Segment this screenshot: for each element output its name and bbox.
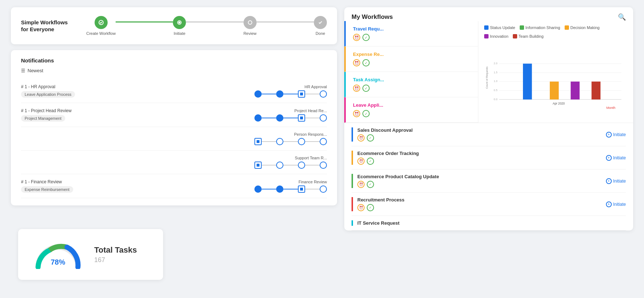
pnode-3-2 xyxy=(276,185,283,193)
notif-num-3: # 1 - Finance Review xyxy=(21,179,254,184)
legend-status: Status Update xyxy=(484,25,515,30)
initiate-button-ecommerce-order[interactable]: + Initiate xyxy=(606,155,626,161)
svg-point-3 xyxy=(248,21,252,24)
notif-tag-1: Leave Application Process xyxy=(21,91,75,98)
pline-2-3 xyxy=(305,118,320,118)
notif-num-1: # 1 - HR Approval xyxy=(21,84,254,89)
legend-info: Information Sharing xyxy=(520,25,560,30)
initiate-circle-ecommerce-catalog: + xyxy=(606,178,612,184)
notif-num-2: # 1 - Project Head Review xyxy=(21,108,254,113)
bw-item-ecommerce-order: Ecommerce Order Tracking ⏰ ✓ + Initiate xyxy=(352,146,626,170)
pnode-2-1 xyxy=(254,114,262,122)
pnode-e1-3 xyxy=(298,138,305,145)
bw-left-recruitment: Recruitment Process ⏰ ✓ xyxy=(352,197,404,211)
bw-item-sales: Sales Discount Approval ⏰ ✓ + Initiate xyxy=(352,123,626,146)
bottom-workflows: Sales Discount Approval ⏰ ✓ + Initiate E… xyxy=(344,123,633,230)
svg-text:Count of Requests: Count of Requests xyxy=(485,66,489,89)
bw-title-ecommerce-order: Ecommerce Order Tracking xyxy=(357,151,419,156)
pnode-e1-1 xyxy=(254,138,262,145)
initiate-button-recruitment[interactable]: + Initiate xyxy=(606,201,626,207)
bar-decision-making xyxy=(550,82,559,99)
pline-2-2 xyxy=(283,118,298,118)
legend-dot-status xyxy=(484,25,489,30)
mw-item-title-task: Task Assign... xyxy=(353,77,471,82)
initiate-label-sales: Initiate xyxy=(613,132,626,137)
search-icon[interactable]: 🔍 xyxy=(618,13,626,21)
pnode-2-3 xyxy=(298,114,305,122)
svg-text:Month: Month xyxy=(606,106,615,110)
notif-row-1: # 1 - HR Approval Leave Application Proc… xyxy=(21,79,327,103)
step-initiate-circle xyxy=(173,16,186,29)
notifications-title: Notifications xyxy=(21,57,327,64)
bar-innovation xyxy=(571,82,580,99)
initiate-circle-sales: + xyxy=(606,132,612,138)
step-initiate-label: Initiate xyxy=(174,31,185,36)
bw-title-sales: Sales Discount Approval xyxy=(357,127,413,133)
svg-text:2.0: 2.0 xyxy=(494,62,497,65)
legend-label-info: Information Sharing xyxy=(525,25,560,30)
notifications-filter[interactable]: ☰ Newest xyxy=(21,68,327,73)
step-create[interactable]: Create Workflow xyxy=(86,16,116,36)
prog-wrapper-3: Finance Review xyxy=(254,180,327,193)
clock-icon-task: ⏰ xyxy=(353,85,360,92)
svg-text:0.5: 0.5 xyxy=(494,89,497,92)
prog-wrapper-extra-1: Person Respons... xyxy=(254,132,327,145)
legend-dot-info xyxy=(520,25,524,30)
clock-icon-ecommerce-catalog: ⏰ xyxy=(357,181,365,188)
gauge-title: Total Tasks xyxy=(94,245,137,255)
step-initiate[interactable]: Initiate xyxy=(173,16,186,36)
svg-point-2 xyxy=(178,21,180,24)
pline-3-3 xyxy=(305,189,320,189)
pline-1-3 xyxy=(305,94,320,94)
clock-icon-sales: ⏰ xyxy=(357,134,365,142)
mw-item-travel[interactable]: Travel Requ... ⏰ ✓ xyxy=(344,21,478,46)
step-done-label: Done xyxy=(316,31,325,36)
pnode-e2-4 xyxy=(320,162,327,169)
connector-3 xyxy=(257,21,314,23)
bw-left-it-service: IT Service Request xyxy=(352,220,399,226)
notif-left-1: # 1 - HR Approval Leave Application Proc… xyxy=(21,84,254,98)
prog-label-1: HR Approval xyxy=(304,85,327,89)
check-icon-travel: ✓ xyxy=(362,34,370,41)
pline-e2-1 xyxy=(262,165,276,166)
pline-3-1 xyxy=(262,189,276,189)
bw-left-ecommerce-catalog: Ecommerce Product Catalog Update ⏰ ✓ xyxy=(352,174,439,188)
mw-item-task[interactable]: Task Assign... ⏰ ✓ xyxy=(344,72,478,97)
svg-text:1.0: 1.0 xyxy=(494,79,497,83)
workflow-card-title: Simple Workflows for Everyone xyxy=(21,19,72,33)
mw-item-leave[interactable]: Leave Appli... ⏰ ✓ xyxy=(344,97,478,123)
notif-row-extra-1: Person Respons... xyxy=(21,127,327,151)
pline-e1-2 xyxy=(283,141,298,142)
mw-item-expense[interactable]: Expense Re... ⏰ ✓ xyxy=(344,46,478,72)
prog-label-extra-1: Person Respons... xyxy=(294,132,327,136)
mw-item-title-leave: Leave Appli... xyxy=(353,102,471,108)
initiate-label-recruitment: Initiate xyxy=(613,202,626,207)
prog-wrapper-2: Project Head Re... xyxy=(254,109,327,122)
pnode-2-2 xyxy=(276,114,283,122)
pline-e1-1 xyxy=(262,141,276,142)
bar-status-update xyxy=(523,64,532,99)
initiate-button-sales[interactable]: + Initiate xyxy=(606,132,626,138)
step-review[interactable]: Review xyxy=(244,16,257,36)
mw-top-list: Travel Requ... ⏰ ✓ Expense Re... ⏰ ✓ xyxy=(344,21,478,123)
prog-label-2: Project Head Re... xyxy=(294,109,327,113)
clock-icon-travel: ⏰ xyxy=(353,34,360,41)
step-create-circle xyxy=(95,16,108,29)
prog-nodes-2 xyxy=(254,114,327,122)
bw-icons-recruitment: ⏰ ✓ xyxy=(357,204,404,211)
notif-left-2: # 1 - Project Head Review Project Manage… xyxy=(21,108,254,122)
connector-1 xyxy=(116,21,173,23)
legend-innovation: Innovation xyxy=(484,34,508,38)
mw-item-icons-travel: ⏰ ✓ xyxy=(353,34,471,41)
initiate-button-ecommerce-catalog[interactable]: + Initiate xyxy=(606,178,626,184)
step-done-circle xyxy=(314,16,327,29)
mw-item-icons-task: ⏰ ✓ xyxy=(353,85,471,92)
filter-icon: ☰ xyxy=(21,68,25,73)
workflow-steps-card: Simple Workflows for Everyone Create Wor… xyxy=(11,7,337,44)
step-done[interactable]: Done xyxy=(314,16,327,36)
my-workflows-title: My Workflows xyxy=(352,13,393,21)
check-icon-sales: ✓ xyxy=(367,134,374,142)
pnode-e2-1 xyxy=(254,162,262,169)
legend-label-decision: Decision Making xyxy=(570,25,600,30)
legend-label-innovation: Innovation xyxy=(490,34,508,38)
